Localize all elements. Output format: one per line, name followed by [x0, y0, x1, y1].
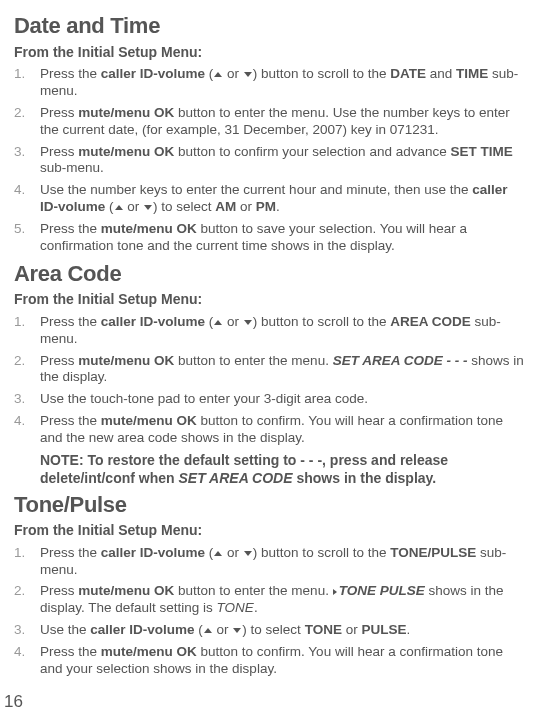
item-number: 1.: [14, 314, 40, 348]
instruction-list: 1.Press the caller ID-volume ( or ) butt…: [14, 545, 527, 678]
item-text: Press mute/menu OK button to enter the m…: [40, 105, 527, 139]
list-item: 4.Press the mute/menu OK button to confi…: [14, 644, 527, 678]
arrow-down-icon: [244, 551, 252, 556]
list-item: 5.Press the mute/menu OK button to save …: [14, 221, 527, 255]
list-item: 1.Press the caller ID-volume ( or ) butt…: [14, 314, 527, 348]
item-text: Press mute/menu OK button to enter the m…: [40, 583, 527, 617]
list-item: 3.Use the touch-tone pad to enter your 3…: [14, 391, 527, 408]
list-item: 3.Use the caller ID-volume ( or ) to sel…: [14, 622, 527, 639]
arrow-down-icon: [244, 72, 252, 77]
item-text: Press mute/menu OK button to enter the m…: [40, 353, 527, 387]
section: Tone/PulseFrom the Initial Setup Menu:1.…: [14, 491, 527, 678]
list-item: 2.Press mute/menu OK button to enter the…: [14, 353, 527, 387]
list-item: 1.Press the caller ID-volume ( or ) butt…: [14, 545, 527, 579]
arrow-up-icon: [115, 205, 123, 210]
item-text: Press the mute/menu OK button to confirm…: [40, 644, 527, 678]
item-number: 1.: [14, 66, 40, 100]
item-text: Press the caller ID-volume ( or ) button…: [40, 66, 527, 100]
arrow-up-icon: [204, 628, 212, 633]
item-text: Use the touch-tone pad to enter your 3-d…: [40, 391, 527, 408]
item-text: Use the caller ID-volume ( or ) to selec…: [40, 622, 527, 639]
section-subtitle: From the Initial Setup Menu:: [14, 522, 527, 540]
list-item: 4.Use the number keys to enter the curre…: [14, 182, 527, 216]
list-item: 3.Press mute/menu OK button to confirm y…: [14, 144, 527, 178]
item-text: Press mute/menu OK button to confirm you…: [40, 144, 527, 178]
item-number: 1.: [14, 545, 40, 579]
item-text: Press the mute/menu OK button to save yo…: [40, 221, 527, 255]
item-number: 3.: [14, 391, 40, 408]
note: NOTE: To restore the default setting to …: [40, 452, 527, 488]
list-item: 4.Press the mute/menu OK button to confi…: [14, 413, 527, 447]
section: Area CodeFrom the Initial Setup Menu:1.P…: [14, 260, 527, 488]
item-text: Press the mute/menu OK button to confirm…: [40, 413, 527, 447]
item-number: 4.: [14, 413, 40, 447]
instruction-list: 1.Press the caller ID-volume ( or ) butt…: [14, 314, 527, 447]
item-text: Press the caller ID-volume ( or ) button…: [40, 314, 527, 348]
item-number: 4.: [14, 182, 40, 216]
item-text: Press the caller ID-volume ( or ) button…: [40, 545, 527, 579]
arrow-up-icon: [214, 320, 222, 325]
item-number: 4.: [14, 644, 40, 678]
item-number: 3.: [14, 144, 40, 178]
section-title: Area Code: [14, 260, 527, 288]
arrow-up-icon: [214, 72, 222, 77]
item-number: 2.: [14, 583, 40, 617]
item-number: 2.: [14, 105, 40, 139]
list-item: 1.Press the caller ID-volume ( or ) butt…: [14, 66, 527, 100]
instruction-list: 1.Press the caller ID-volume ( or ) butt…: [14, 66, 527, 255]
arrow-down-icon: [244, 320, 252, 325]
item-number: 5.: [14, 221, 40, 255]
list-item: 2.Press mute/menu OK button to enter the…: [14, 105, 527, 139]
item-number: 2.: [14, 353, 40, 387]
section-subtitle: From the Initial Setup Menu:: [14, 291, 527, 309]
arrow-up-icon: [214, 551, 222, 556]
section-title: Date and Time: [14, 12, 527, 40]
item-text: Use the number keys to enter the current…: [40, 182, 527, 216]
list-item: 2.Press mute/menu OK button to enter the…: [14, 583, 527, 617]
arrow-down-icon: [233, 628, 241, 633]
section-title: Tone/Pulse: [14, 491, 527, 519]
arrow-right-icon: [333, 589, 337, 595]
page-number: 16: [4, 691, 23, 712]
section: Date and TimeFrom the Initial Setup Menu…: [14, 12, 527, 255]
arrow-down-icon: [144, 205, 152, 210]
item-number: 3.: [14, 622, 40, 639]
section-subtitle: From the Initial Setup Menu:: [14, 44, 527, 62]
